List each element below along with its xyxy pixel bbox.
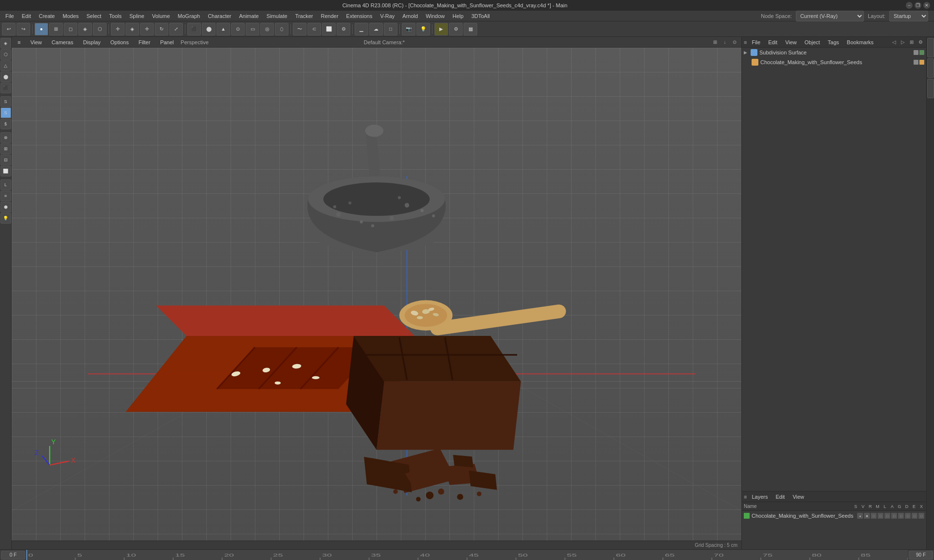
render-region-button[interactable]: ▦: [464, 23, 477, 35]
node-space-select[interactable]: Current (V-Ray): [796, 11, 864, 21]
menu-tools[interactable]: Tools: [106, 12, 125, 20]
menu-simulate[interactable]: Simulate: [263, 12, 291, 20]
plane-button[interactable]: ▭: [246, 23, 259, 35]
undo-button[interactable]: ↩: [2, 23, 16, 35]
nurbs-button[interactable]: ⊂: [307, 23, 321, 35]
generator-button[interactable]: ⚙: [337, 23, 350, 35]
rs-btn-3[interactable]: [927, 79, 934, 98]
viewport-view-menu[interactable]: View: [27, 38, 45, 46]
layer-icon-expr[interactable]: □: [884, 513, 890, 519]
left-tool-11[interactable]: ⊟: [0, 155, 11, 165]
torus-button[interactable]: ◎: [260, 23, 274, 35]
layer-icon-circle[interactable]: ●: [857, 513, 863, 519]
cube-button[interactable]: ⬛: [187, 23, 201, 35]
obj-object-menu[interactable]: Object: [802, 38, 823, 46]
left-tool-2[interactable]: ⬡: [0, 49, 11, 60]
obj-dot-2a[interactable]: [914, 60, 918, 65]
cylinder-button[interactable]: ⊙: [231, 23, 245, 35]
obj-item-subdivision[interactable]: ▶ Subdivision Surface: [742, 48, 926, 57]
layout-select[interactable]: Startup: [889, 11, 928, 21]
viewport-options-menu[interactable]: Options: [108, 38, 132, 46]
obj-tags-menu[interactable]: Tags: [825, 38, 842, 46]
left-tool-7[interactable]: S: [0, 107, 11, 118]
menu-render[interactable]: Render: [318, 12, 342, 20]
scale-button[interactable]: ⤢: [169, 23, 183, 35]
menu-extensions[interactable]: Extensions: [343, 12, 376, 20]
restore-button[interactable]: ❐: [915, 2, 921, 9]
left-tool-3[interactable]: △: [0, 60, 11, 71]
menu-help[interactable]: Help: [449, 12, 467, 20]
viewport-display-menu[interactable]: Display: [80, 38, 104, 46]
layer-icon-sub[interactable]: □: [912, 513, 917, 519]
edge-mode-button[interactable]: ◻: [64, 23, 77, 35]
timeline-start-frame[interactable]: [1, 551, 25, 560]
menu-modes[interactable]: Modes: [59, 12, 82, 20]
sphere-button[interactable]: ⬤: [202, 23, 216, 35]
left-tool-1[interactable]: ◈: [0, 38, 11, 49]
add-object-button[interactable]: ✛: [111, 23, 125, 35]
obj-edit-menu[interactable]: Edit: [765, 38, 780, 46]
left-tool-12[interactable]: ⬜: [0, 166, 11, 176]
obj-icon-3[interactable]: ⊞: [908, 38, 916, 46]
left-tool-8[interactable]: $: [0, 119, 11, 129]
menu-spline[interactable]: Spline: [126, 12, 148, 20]
light-button[interactable]: 💡: [416, 23, 430, 35]
menu-create[interactable]: Create: [36, 12, 58, 20]
menu-edit[interactable]: Edit: [18, 12, 35, 20]
layer-icon-anim[interactable]: □: [878, 513, 883, 519]
rotate-button[interactable]: ↻: [155, 23, 168, 35]
viewport-icon-1[interactable]: ⊞: [711, 38, 719, 46]
spline-button[interactable]: 〜: [293, 23, 306, 35]
render-button[interactable]: ▶: [434, 23, 448, 35]
point-mode-button[interactable]: ◈: [78, 23, 92, 35]
left-tool-9[interactable]: ⊗: [0, 132, 11, 143]
left-tool-4[interactable]: ⬤: [0, 71, 11, 82]
layers-edit-menu[interactable]: Edit: [772, 493, 788, 501]
menu-select[interactable]: Select: [83, 12, 105, 20]
menu-tracker[interactable]: Tracker: [292, 12, 317, 20]
viewport-menu-icon[interactable]: ≡: [15, 38, 23, 46]
obj-icon-4[interactable]: ⚙: [916, 38, 924, 46]
viewport-filter-menu[interactable]: Filter: [136, 38, 153, 46]
viewport-icon-3[interactable]: ⊙: [731, 38, 738, 46]
menu-window[interactable]: Window: [422, 12, 448, 20]
menu-character[interactable]: Character: [204, 12, 234, 20]
timeline-end-frame[interactable]: [909, 551, 933, 560]
viewport-canvas[interactable]: X Y Z: [12, 48, 741, 541]
obj-icon-2[interactable]: ▷: [899, 38, 907, 46]
layer-icon-deform[interactable]: □: [898, 513, 904, 519]
layer-icon-render[interactable]: □: [871, 513, 877, 519]
left-tool-14[interactable]: ≡: [0, 191, 11, 201]
menu-mograph[interactable]: MoGraph: [174, 12, 203, 20]
render-settings-button[interactable]: ⚙: [449, 23, 463, 35]
obj-icon-1[interactable]: ◁: [890, 38, 898, 46]
capsule-button[interactable]: ⬯: [275, 23, 288, 35]
obj-dot-1a[interactable]: [914, 50, 918, 55]
layer-icon-gen[interactable]: □: [891, 513, 897, 519]
viewport-panel-menu[interactable]: Panel: [157, 38, 177, 46]
layers-view-menu[interactable]: View: [790, 493, 807, 501]
left-tool-16[interactable]: 💡: [0, 213, 11, 224]
minimize-button[interactable]: −: [906, 2, 913, 9]
menu-volume[interactable]: Volume: [149, 12, 174, 20]
left-tool-10[interactable]: ⊞: [0, 143, 11, 154]
layer-icon-extra[interactable]: □: [918, 513, 924, 519]
layer-row-1[interactable]: Chocolate_Making_with_Sunflower_Seeds ● …: [742, 511, 926, 521]
viewport-cameras-menu[interactable]: Cameras: [49, 38, 76, 46]
close-button[interactable]: ✕: [923, 2, 930, 9]
timeline-ruler-track[interactable]: 0 5 10 15 20 25 30 35 40: [26, 550, 908, 560]
obj-view-menu[interactable]: View: [782, 38, 800, 46]
floor-button[interactable]: ▁: [355, 23, 368, 35]
snap-button[interactable]: ◈: [126, 23, 139, 35]
poly-mode-button[interactable]: ⬡: [93, 23, 107, 35]
obj-dot-2b[interactable]: [919, 60, 924, 65]
texture-mode-button[interactable]: ⊞: [49, 23, 63, 35]
obj-file-menu[interactable]: File: [749, 38, 763, 46]
model-mode-button[interactable]: ●: [35, 23, 48, 35]
rs-btn-1[interactable]: [927, 38, 934, 57]
menu-file[interactable]: File: [2, 12, 18, 20]
left-tool-5[interactable]: ⬛: [0, 83, 11, 93]
bg-button[interactable]: □: [384, 23, 397, 35]
layer-icon-cam[interactable]: ■: [864, 513, 870, 519]
cone-button[interactable]: ▲: [216, 23, 230, 35]
